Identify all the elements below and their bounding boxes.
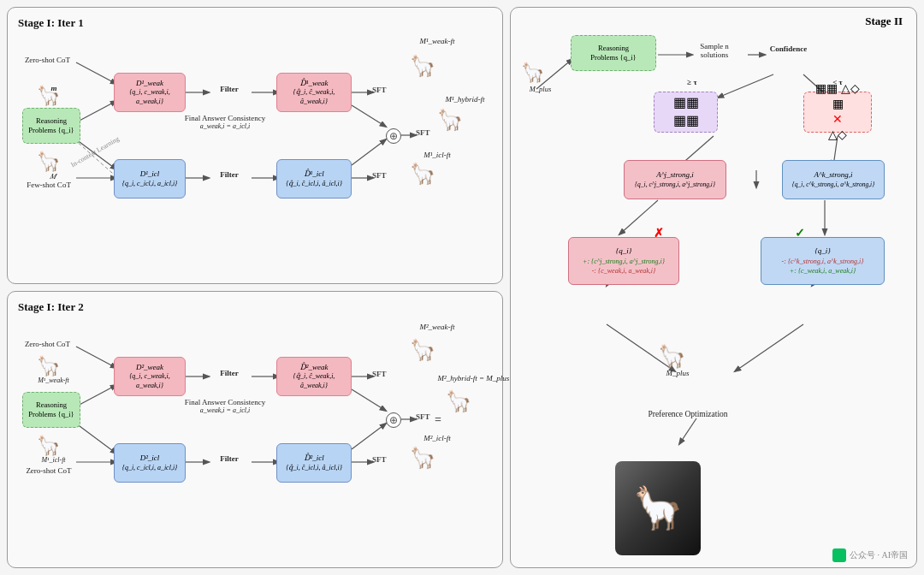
reasoning-problems-2: Reasoning Problems {q_i} [22,392,80,428]
llama-m-iter1: 🦙 [37,86,60,105]
d2-weak-hat-content: {q̂_i, ĉ_weak,i, â_weak,i} [281,372,347,390]
stage1-box: Stage I: Iter 1 [7,7,503,284]
m2-weak-ft-label: M²_weak-ft [403,323,471,331]
pref-opt-label: Preference Optimization [645,410,731,418]
sft-label-5: SFT [416,412,430,421]
zero-shot-cot-label-2: Zero-shot CoT [20,340,75,348]
d1-icl-label: D¹_icl [140,169,160,180]
llama-m1-hybrid-ft: 🦙 [437,110,463,130]
zero-shot-cot-label-3: Zero-shot CoT [20,466,78,475]
reasoning-problems-1: Reasoning Problems {q_i} [22,108,80,144]
final-answer-consistency-1: Final Answer Consistency a_weak,i = a_ic… [182,114,268,130]
m1-icl-ft-label: M¹_icl-ft [403,151,471,159]
ge-tau-label: ≥ τ [675,78,709,86]
llama-m-pro: 🦙 [615,461,701,555]
stage2-title: Stage I: Iter 2 [18,300,492,314]
sft-label-6: SFT [372,455,387,464]
svg-line-11 [352,139,386,165]
d1-weak-hat-label: D̂¹_weak [300,79,329,89]
svg-line-29 [718,74,773,98]
svg-line-13 [76,347,116,368]
d1-icl-hat-box: D̂¹_icl {q̂_i, ĉ_icl,i, â_icl,i} [276,159,352,199]
q-strong-pos-box: {q_i} +: {c^j_strong,i, a^j_strong,i} -:… [568,237,679,285]
sft-label-2: SFT [416,128,430,137]
d1-weak-hat-content: {q̂_i, ĉ_weak,i, â_weak,i} [281,88,347,106]
grid-icon-ge-tau: ▦▦▦▦ [654,92,718,133]
watermark: 公众号 · AI帝国 [832,548,908,562]
a-strong-k-box: A^k_strong,i {q_i, c^k_strong,i, a^k_str… [782,160,885,199]
d2-weak-label: D²_weak [136,363,163,373]
a-strong-k-label: A^k_strong,i [814,170,852,181]
confidence-label: Confidence [761,44,816,53]
svg-line-14 [76,385,116,406]
sft-label-3: SFT [372,171,387,180]
d1-icl-hat-label: D̂¹_icl [304,169,323,180]
sft-label-4: SFT [372,370,387,378]
zero-shot-cot-label: Zero-shot CoT [20,56,75,64]
sample-n-label: Sample n solutions [688,42,741,59]
d1-weak-content: {q_i, c_weak,i, a_weak,i} [118,88,181,106]
d2-icl-hat-box: D̂²_icl {q̂_i, ĉ_icl,i, â_icl,i} [276,443,352,483]
stage2-diagram: Zero-shot CoT 🦙 M¹_weak-ft Reasoning Pro… [18,321,492,526]
llama-M-iter1: 🦙 [37,152,60,171]
filter-label-2: Filter [208,170,251,179]
svg-line-15 [76,424,116,453]
right-panel: Stage II [510,7,917,568]
d2-weak-box: D²_weak {q_i, c_weak,i, a_weak,i} [114,357,186,396]
d1-weak-label: D¹_weak [136,79,163,89]
equals-m-plus: = [435,413,441,427]
svg-line-0 [76,62,116,84]
svg-line-39 [735,324,803,371]
a-strong-j-box: A^j_strong,i {q_i, c^j_strong,i, a^j_str… [624,160,726,199]
q-strong-k-label: {q_i, c^k_strong,i, a^k_strong,i} [792,181,874,189]
final-answer-consistency-2: Final Answer Consistency a_weak,i = a_ic… [182,398,268,414]
stage1-title: Stage I: Iter 1 [18,16,492,30]
m1-weak-ft-label: M¹_weak-ft [403,37,471,45]
few-shot-cot-label: Few-shot CoT [20,181,78,189]
d2-icl-box: D²_icl {q_i, c_icl,i, a_icl,i} [114,443,186,483]
m-plus-input-label: M_plus [521,85,560,93]
llama-m-plus-input: 🦙 [521,63,544,82]
oplus-2: ⊕ [386,412,401,428]
m-plus-pref-label: M_plus [656,369,699,377]
filter-label-3: Filter [208,369,251,377]
stage2-box: Stage I: Iter 2 [7,291,503,568]
wechat-icon [832,548,846,562]
d2-weak-content: {q_i, c_weak,i, a_weak,i} [118,372,181,390]
llama-m2-icl-ft: 🦙 [410,448,435,468]
m1-wft-label-iter2: M¹_weak-ft [30,376,77,384]
llama-m1-weak-ft-in2: 🦙 [37,357,60,376]
m1-icl-ft-label-iter2: M¹_icl-ft [30,456,77,464]
svg-line-24 [352,424,386,449]
llama-m1-weak-ft: 🦙 [410,56,435,76]
llama-m1-icl-ft: 🦙 [410,163,435,184]
filter-label-1: Filter [208,85,251,93]
d1-weak-hat-box: D̂¹_weak {q̂_i, ĉ_weak,i, â_weak,i} [276,73,352,112]
stage2-right-diagram: 🦙 M_plus Reasoning Problems {q_i} Sample… [521,16,906,564]
stage1-diagram: Zero-shot CoT m 🦙 Reasoning Problems {q_… [18,37,492,242]
d1-icl-box: D¹_icl {q_i, c_icl,i, a_icl,i} [114,159,186,199]
q-strong-neg-box: {q_i} -: {c^k_strong,i, a^k_strong,i} +:… [761,237,885,285]
d1-icl-hat-content: {q̂_i, ĉ_icl,i, â_icl,i} [286,180,342,188]
svg-line-10 [352,105,386,127]
d2-weak-hat-label: D̂²_weak [300,363,329,373]
q-strong-j-label: {q_i, c^j_strong,i, a^j_strong,i} [635,181,715,189]
main-container: Stage I: Iter 1 [0,0,924,575]
svg-line-23 [352,389,386,411]
llama-m-plus-pref: 🦙 [658,346,685,368]
d2-icl-hat-label: D̂²_icl [304,453,323,464]
svg-line-34 [619,200,658,234]
filter-label-4: Filter [208,454,251,463]
svg-line-1 [76,101,116,122]
m2-hybrid-ft-label: M²_hybrid-ft = M_plus [437,374,510,382]
a-strong-j-label: A^j_strong,i [656,170,694,181]
grid-icon-lt-tau: ▦▦ △◇▦ ✕ △◇ [803,92,872,133]
d2-weak-hat-box: D̂²_weak {q̂_i, ĉ_weak,i, â_weak,i} [276,357,352,396]
reasoning-problems-ii: Reasoning Problems {q_i} [571,35,656,71]
llama-m2-hybrid-ft: 🦙 [446,391,471,412]
m1-hybrid-ft-label: M¹_hybrid-ft [429,95,501,104]
left-panel: Stage I: Iter 1 [7,7,503,568]
d1-weak-box: D¹_weak {q_i, c_weak,i, a_weak,i} [114,73,186,112]
oplus-1: ⊕ [386,128,401,144]
d2-icl-hat-content: {q̂_i, ĉ_icl,i, â_icl,i} [286,464,342,472]
